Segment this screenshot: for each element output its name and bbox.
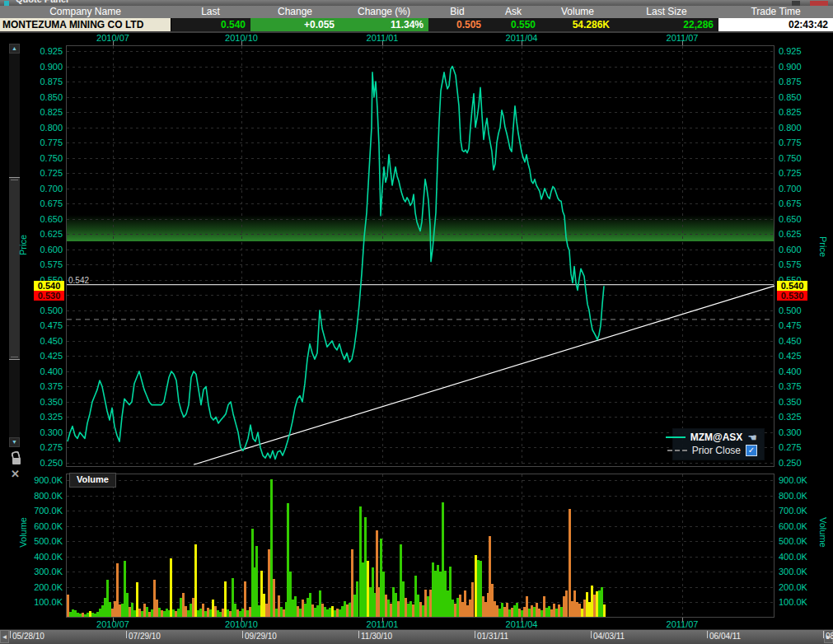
window-title: Quote Panel: [16, 0, 68, 4]
column-header-bid[interactable]: Bid: [428, 6, 486, 18]
axis-price-marker: 0.530: [777, 291, 807, 301]
price-axis-label: 0.400: [29, 366, 63, 376]
prior-close-line-sample: [667, 450, 687, 451]
column-header-change[interactable]: Change: [250, 6, 339, 18]
legend-row-series: MZM@ASX ☚: [678, 431, 757, 444]
axis-price-marker: 0.530: [34, 291, 64, 301]
price-axis-label: 0.300: [29, 427, 63, 437]
price-axis-label: 0.800: [779, 123, 802, 133]
volume-bar: [565, 590, 568, 617]
scrollbar-date-label: 06/04/11: [709, 632, 741, 641]
hand-drag-icon[interactable]: ☚: [747, 432, 757, 443]
price-axis-label: 0.775: [29, 138, 63, 147]
price-axis-label: 0.350: [779, 397, 802, 407]
series-label: MZM@ASX: [690, 432, 743, 443]
column-header-trade-time[interactable]: Trade Time: [718, 6, 833, 18]
scroll-left-button[interactable]: ◄: [0, 630, 9, 643]
volume-axis-label: 300.0K: [779, 567, 807, 576]
volume-axis-label: 600.0K: [29, 521, 63, 531]
price-axis-label: 0.675: [779, 198, 802, 208]
last-size-cell: 22,286: [615, 18, 718, 31]
volume-axis-label: 700.0K: [29, 506, 63, 516]
price-axis-label: 0.825: [29, 107, 63, 117]
price-axis-label: 0.625: [29, 229, 63, 239]
unlock-icon[interactable]: [12, 451, 21, 466]
chart-region: ▲ ▼ ✕ Price Price Volume Volume Volume M…: [0, 0, 833, 644]
column-header-last-size[interactable]: Last Size: [615, 6, 718, 18]
volume-axis-label: 500.0K: [29, 536, 63, 546]
legend-row-prior-close: Prior Close ✓: [678, 444, 757, 457]
price-axis-label: 0.300: [779, 427, 802, 437]
price-axis-label: 0.375: [29, 381, 63, 391]
volume-cell: 54.286K: [541, 18, 615, 31]
price-axis-label: 0.625: [779, 229, 802, 239]
price-axis-label: 0.475: [779, 320, 802, 330]
price-axis-label: 0.325: [779, 412, 802, 422]
scrollbar-date-label: 08/05/11: [826, 632, 833, 641]
volume-axis-label: 200.0K: [29, 582, 63, 592]
vertical-scrollbar-thumb[interactable]: [9, 177, 20, 360]
axis-price-marker: 0.540: [34, 281, 64, 291]
price-axis-label: 0.600: [29, 245, 63, 254]
scrollbar-date-label: 11/30/10: [361, 632, 392, 641]
price-axis-label: 0.275: [779, 442, 802, 452]
volume-bar: [170, 558, 172, 617]
scrollbar-date-tick: [475, 631, 475, 638]
price-axis-label: 0.850: [779, 92, 802, 102]
last-price-cell: 0.540: [171, 18, 250, 31]
scrollbar-date-tick: [10, 631, 11, 638]
column-header-volume[interactable]: Volume: [541, 6, 615, 18]
volume-axis-label: 300.0K: [29, 567, 63, 576]
price-axis-label: 0.375: [779, 381, 802, 391]
close-pane-icon[interactable]: ✕: [11, 468, 20, 480]
prior-close-checkbox[interactable]: ✓: [746, 445, 757, 456]
volume-bar: [471, 582, 474, 617]
change-cell: +0.055: [250, 18, 339, 31]
price-axis-label: 0.725: [779, 168, 802, 178]
volume-pane-label[interactable]: Volume: [69, 473, 116, 488]
volume-chart-plot[interactable]: [66, 474, 775, 618]
scrollbar-date-label: 05/28/10: [12, 632, 44, 641]
price-axis-label: 0.250: [779, 458, 802, 468]
last-price-label: 0.542: [68, 276, 89, 285]
price-axis-label: 0.500: [779, 306, 802, 315]
price-chart-plot[interactable]: [66, 45, 775, 467]
price-axis-label: 0.500: [29, 306, 63, 315]
column-header-change-pct[interactable]: Change (%): [339, 6, 428, 18]
volume-bar: [356, 581, 358, 618]
horizontal-scrollbar[interactable]: [0, 629, 833, 644]
date-tick-bottom: [682, 618, 683, 622]
volume-axis-label: 400.0K: [29, 552, 63, 562]
price-axis-label: 0.325: [29, 412, 63, 422]
scroll-down-button[interactable]: ▼: [9, 437, 20, 447]
scrollbar-date-label: 01/31/11: [477, 632, 508, 641]
column-header-last[interactable]: Last: [171, 6, 250, 18]
column-header-ask[interactable]: Ask: [486, 6, 541, 18]
price-axis-label: 0.350: [29, 397, 63, 407]
price-axis-label: 0.700: [779, 184, 802, 194]
price-axis-label: 0.650: [29, 214, 63, 224]
price-axis-label: 0.800: [29, 123, 63, 133]
scrollbar-date-label: 04/03/11: [593, 632, 625, 641]
scrollbar-date-tick: [358, 631, 359, 638]
volume-axis-title-right: Volume: [818, 517, 828, 548]
volume-bar: [603, 604, 606, 617]
quote-data-row[interactable]: MONTEZUMA MINING CO LTD 0.540 +0.055 11.…: [0, 18, 833, 31]
volume-axis-label: 200.0K: [779, 582, 807, 592]
price-axis-label: 0.775: [779, 138, 802, 147]
price-axis-label: 0.400: [779, 366, 802, 376]
column-header-company-name[interactable]: Company Name: [0, 6, 171, 18]
company-name-cell: MONTEZUMA MINING CO LTD: [0, 18, 171, 31]
date-tick-bottom: [241, 618, 242, 622]
price-axis-label: 0.875: [29, 77, 63, 86]
header-divider: [0, 31, 833, 33]
volume-axis-label: 900.0K: [779, 475, 807, 485]
scroll-up-button[interactable]: ▲: [9, 44, 20, 54]
price-axis-label: 0.900: [779, 62, 802, 72]
axis-price-marker: 0.540: [777, 281, 807, 291]
volume-axis-label: 700.0K: [779, 506, 807, 516]
price-axis-label: 0.275: [29, 442, 63, 452]
volume-axis-label: 100.0K: [779, 597, 807, 607]
scrollbar-date-tick: [126, 631, 127, 638]
quote-header-row: Company Name Last Change Change (%) Bid …: [0, 6, 833, 18]
